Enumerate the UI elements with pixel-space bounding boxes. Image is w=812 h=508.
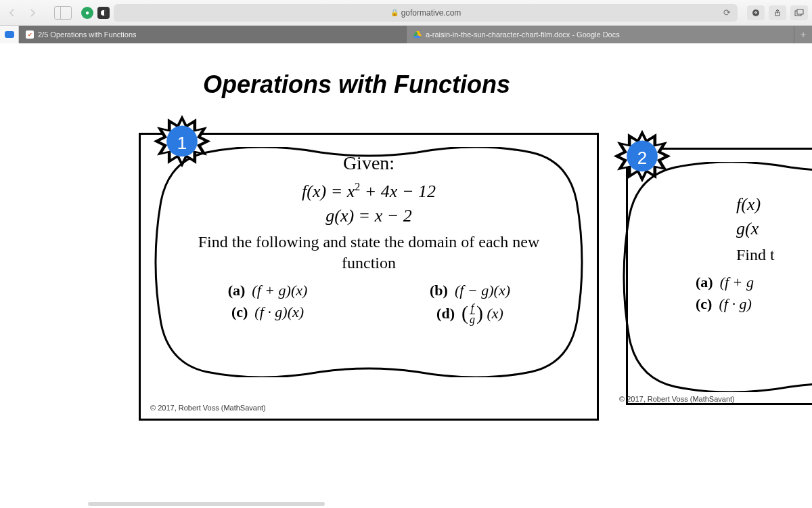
svg-rect-5 <box>797 9 803 14</box>
g-definition-partial: g(x <box>736 219 812 239</box>
page-content: Operations with Functions 1 Given: <box>0 43 812 508</box>
prompt-partial: Find t <box>736 245 812 266</box>
back-button[interactable] <box>4 5 20 21</box>
browser-toolbar: ● 🔒 goformative.com ⟳ <box>0 0 812 26</box>
f-definition-partial: f(x) <box>736 194 812 215</box>
question-number: 2 <box>637 148 647 169</box>
question-number: 1 <box>177 133 187 154</box>
question-number-badge: 1 <box>152 114 212 173</box>
copyright-text: © 2017, Robert Voss (MathSavant) <box>150 404 266 412</box>
favicon-check-icon: ✔ <box>26 30 34 39</box>
reader-mode-icon[interactable] <box>97 7 110 19</box>
url-host: goformative.com <box>401 8 461 18</box>
option-c-partial: (c)(f · g) <box>696 295 812 313</box>
option-a-partial: (a)(f + g <box>696 274 812 291</box>
tab-title: a-raisin-in-the-sun-character-chart-film… <box>426 30 620 39</box>
lock-icon: 🔒 <box>390 9 399 16</box>
tabs-button[interactable] <box>790 5 808 20</box>
tab-strip: ✔ 2/5 Operations with Functions a-raisin… <box>0 26 812 43</box>
share-button[interactable] <box>769 5 786 20</box>
option-c: (c)(f · g)(x) <box>173 303 362 326</box>
forward-button[interactable] <box>24 5 41 21</box>
option-d: (d)(fg) (x) <box>376 303 564 326</box>
tab-google-docs[interactable]: a-raisin-in-the-sun-character-chart-film… <box>407 26 794 43</box>
option-b: (b)(f − g)(x) <box>376 282 564 299</box>
question-card-1: 1 Given: f(x) = x2 + 4x − 12 g(x) = x − … <box>139 133 599 421</box>
question-card-2: 2 f(x) g(x Find t (a)(f + g (c)(f · g) <box>626 133 802 421</box>
question-number-badge: 2 <box>612 129 672 188</box>
page-title: Operations with Functions <box>203 70 812 99</box>
pinned-app-icon[interactable] <box>0 26 19 43</box>
options-grid: (a)(f + g)(x) (b)(f − g)(x) (c)(f · g)(x… <box>173 282 564 326</box>
f-definition: f(x) = x2 + 4x − 12 <box>173 181 564 202</box>
prompt-text: Find the following and state the domain … <box>173 232 564 274</box>
address-bar[interactable]: 🔒 goformative.com ⟳ <box>114 4 738 22</box>
horizontal-scrollbar[interactable] <box>88 502 325 506</box>
download-button[interactable] <box>747 5 765 20</box>
given-label: Given: <box>173 152 564 174</box>
copyright-text: © 2017, Robert Voss (MathSavant) <box>619 395 735 403</box>
reload-button[interactable]: ⟳ <box>723 7 731 18</box>
tab-title: 2/5 Operations with Functions <box>38 30 137 39</box>
option-a: (a)(f + g)(x) <box>173 282 362 299</box>
sidebar-toggle-button[interactable] <box>54 6 72 20</box>
new-tab-button[interactable]: + <box>794 26 812 43</box>
tab-formative[interactable]: ✔ 2/5 Operations with Functions <box>19 26 407 43</box>
favicon-drive-icon <box>413 30 422 39</box>
site-status-icon: ● <box>81 7 93 19</box>
g-definition: g(x) = x − 2 <box>173 206 564 226</box>
